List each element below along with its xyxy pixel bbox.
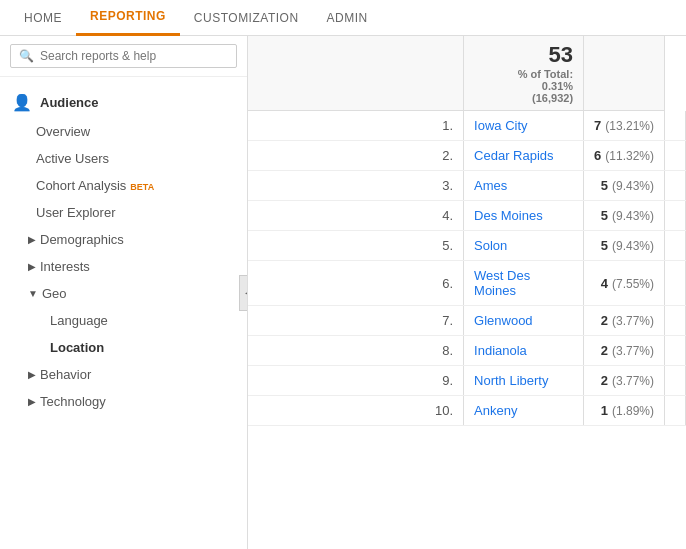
audience-header[interactable]: 👤 Audience — [0, 87, 247, 118]
value-cell: 7(13.21%) — [584, 111, 665, 141]
table-row: 2.Cedar Rapids6(11.32%) — [248, 141, 686, 171]
sidebar-item-user-explorer[interactable]: User Explorer — [0, 199, 247, 226]
sidebar: 🔍 👤 Audience Overview Active Users Cohor… — [0, 36, 248, 549]
header-total-value: 53 — [474, 42, 573, 68]
value-cell: 4(7.55%) — [584, 261, 665, 306]
search-icon: 🔍 — [19, 49, 34, 63]
rank-cell: 5. — [248, 231, 464, 261]
value-percent: (3.77%) — [612, 314, 654, 328]
value-number: 2 — [601, 313, 608, 328]
sidebar-item-active-users[interactable]: Active Users — [0, 145, 247, 172]
triangle-icon: ▶ — [28, 234, 36, 245]
triangle-down-icon: ▼ — [28, 288, 38, 299]
sidebar-group-technology[interactable]: ▶ Technology — [0, 388, 247, 415]
rank-cell: 8. — [248, 336, 464, 366]
technology-label: Technology — [40, 394, 106, 409]
sidebar-item-cohort-analysis[interactable]: Cohort AnalysisBETA — [0, 172, 247, 199]
partial-cell — [665, 111, 686, 141]
city-cell[interactable]: Iowa City — [464, 111, 584, 141]
table-row: 8.Indianola2(3.77%) — [248, 336, 686, 366]
partial-cell — [665, 171, 686, 201]
nav-home[interactable]: HOME — [10, 0, 76, 36]
rank-cell: 1. — [248, 111, 464, 141]
value-percent: (7.55%) — [612, 277, 654, 291]
demographics-label: Demographics — [40, 232, 124, 247]
value-cell: 2(3.77%) — [584, 336, 665, 366]
rank-cell: 4. — [248, 201, 464, 231]
nav-customization[interactable]: CUSTOMIZATION — [180, 0, 313, 36]
audience-icon: 👤 — [12, 93, 32, 112]
value-percent: (3.77%) — [612, 344, 654, 358]
triangle-icon: ▶ — [28, 261, 36, 272]
city-cell[interactable]: Glenwood — [464, 306, 584, 336]
value-number: 6 — [594, 148, 601, 163]
value-percent: (9.43%) — [612, 209, 654, 223]
cohort-label: Cohort Analysis — [36, 178, 126, 193]
partial-cell — [665, 336, 686, 366]
value-number: 7 — [594, 118, 601, 133]
value-column-header: 53 % of Total: 0.31% (16,932) — [464, 36, 584, 111]
value-number: 5 — [601, 208, 608, 223]
city-cell[interactable]: Cedar Rapids — [464, 141, 584, 171]
city-cell[interactable]: West Des Moines — [464, 261, 584, 306]
search-input[interactable] — [40, 49, 228, 63]
interests-label: Interests — [40, 259, 90, 274]
rank-cell: 3. — [248, 171, 464, 201]
city-cell[interactable]: Indianola — [464, 336, 584, 366]
value-cell: 2(3.77%) — [584, 306, 665, 336]
sidebar-group-behavior[interactable]: ▶ Behavior — [0, 361, 247, 388]
partial-column-header — [584, 36, 665, 111]
sidebar-item-language[interactable]: Language — [0, 307, 247, 334]
value-cell: 5(9.43%) — [584, 171, 665, 201]
rank-cell: 10. — [248, 396, 464, 426]
city-column-header — [248, 36, 464, 111]
table-row: 1.Iowa City7(13.21%) — [248, 111, 686, 141]
partial-cell — [665, 396, 686, 426]
partial-cell — [665, 366, 686, 396]
audience-label: Audience — [40, 95, 99, 110]
top-navigation: HOME REPORTING CUSTOMIZATION ADMIN — [0, 0, 686, 36]
sidebar-item-overview[interactable]: Overview — [0, 118, 247, 145]
value-percent: (1.89%) — [612, 404, 654, 418]
table-row: 7.Glenwood2(3.77%) — [248, 306, 686, 336]
value-percent: (11.32%) — [605, 149, 654, 163]
header-sub1: % of Total: — [474, 68, 573, 80]
rank-cell: 9. — [248, 366, 464, 396]
value-percent: (13.21%) — [605, 119, 654, 133]
geo-label: Geo — [42, 286, 67, 301]
sidebar-group-geo[interactable]: ▼ Geo — [0, 280, 247, 307]
table-row: 5.Solon5(9.43%) — [248, 231, 686, 261]
city-cell[interactable]: Ankeny — [464, 396, 584, 426]
value-cell: 5(9.43%) — [584, 201, 665, 231]
value-number: 5 — [601, 238, 608, 253]
behavior-label: Behavior — [40, 367, 91, 382]
main-content: 53 % of Total: 0.31% (16,932) 1.Iowa Cit… — [248, 36, 686, 549]
sidebar-group-interests[interactable]: ▶ Interests — [0, 253, 247, 280]
nav-reporting[interactable]: REPORTING — [76, 0, 180, 36]
triangle-icon: ▶ — [28, 369, 36, 380]
city-cell[interactable]: Solon — [464, 231, 584, 261]
table-row: 4.Des Moines5(9.43%) — [248, 201, 686, 231]
value-percent: (9.43%) — [612, 179, 654, 193]
search-input-wrapper[interactable]: 🔍 — [10, 44, 237, 68]
sidebar-group-demographics[interactable]: ▶ Demographics — [0, 226, 247, 253]
sidebar-collapse-button[interactable]: ◀ — [239, 275, 248, 311]
value-number: 2 — [601, 343, 608, 358]
value-cell: 6(11.32%) — [584, 141, 665, 171]
city-cell[interactable]: North Liberty — [464, 366, 584, 396]
table-row: 6.West Des Moines4(7.55%) — [248, 261, 686, 306]
value-number: 1 — [601, 403, 608, 418]
partial-cell — [665, 141, 686, 171]
sidebar-item-location[interactable]: Location — [0, 334, 247, 361]
partial-cell — [665, 201, 686, 231]
header-sub2: 0.31% — [474, 80, 573, 92]
triangle-icon: ▶ — [28, 396, 36, 407]
value-number: 2 — [601, 373, 608, 388]
partial-cell — [665, 261, 686, 306]
value-cell: 1(1.89%) — [584, 396, 665, 426]
partial-cell — [665, 231, 686, 261]
city-cell[interactable]: Ames — [464, 171, 584, 201]
header-sub3: (16,932) — [474, 92, 573, 104]
city-cell[interactable]: Des Moines — [464, 201, 584, 231]
nav-admin[interactable]: ADMIN — [313, 0, 382, 36]
